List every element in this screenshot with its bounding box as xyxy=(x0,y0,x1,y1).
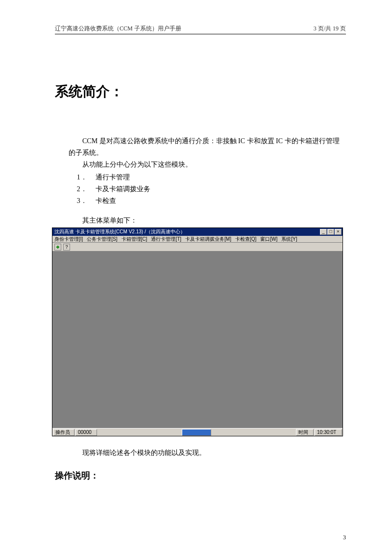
module-label: 通行卡管理 xyxy=(96,172,130,183)
intro-paragraph-2: 从功能上分中心分为以下这些模块。 xyxy=(69,159,346,171)
module-item: 2． 卡及卡箱调拨业务 xyxy=(77,183,346,195)
module-label: 卡及卡箱调拨业务 xyxy=(96,183,150,195)
exit-icon[interactable]: ⎆ xyxy=(54,244,61,251)
status-spacer xyxy=(212,429,295,436)
status-operator-label: 操作员 xyxy=(53,429,74,436)
page-header: 辽宁高速公路收费系统（CCM 子系统）用户手册 3 页/共 19 页 xyxy=(55,25,346,34)
heading-system-intro: 系统简介： xyxy=(55,82,346,101)
before-screenshot-text: 其主体菜单如下： xyxy=(69,215,346,227)
menubar: 身份卡管理[I] 公务卡管理[S] 卡箱管理[C] 通行卡管理[T] 卡及卡箱调… xyxy=(52,236,343,243)
module-label: 卡检查 xyxy=(96,195,116,207)
menu-official-card[interactable]: 公务卡管理[S] xyxy=(86,236,118,243)
module-number: 3． xyxy=(77,195,87,207)
module-item: 3． 卡检查 xyxy=(77,195,346,207)
status-time-label: 时间 xyxy=(296,429,314,436)
maximize-button[interactable]: □ xyxy=(327,229,334,235)
menu-system[interactable]: 系统[Y] xyxy=(280,236,298,243)
toolbar: ⎆ ？ xyxy=(52,243,343,252)
module-item: 1． 通行卡管理 xyxy=(77,172,346,183)
heading-operation: 操作说明： xyxy=(55,470,346,481)
app-window: 沈四高速 卡及卡箱管理系统(CCM V2.13) /（沈四高速中心） _ □ ×… xyxy=(52,227,343,436)
status-time-value: 10:30:0T xyxy=(315,429,342,436)
client-area xyxy=(52,252,343,428)
titlebar-text: 沈四高速 卡及卡箱管理系统(CCM V2.13) /（沈四高速中心） xyxy=(54,228,185,235)
module-number: 2． xyxy=(77,183,87,195)
menu-dispatch[interactable]: 卡及卡箱调拨业务[M] xyxy=(184,236,232,243)
status-spacer xyxy=(98,429,181,436)
close-button[interactable]: × xyxy=(335,229,342,235)
after-screenshot-text: 现将详细论述各个模块的功能以及实现。 xyxy=(69,447,346,459)
statusbar: 操作员 00000 时间 10:30:0T xyxy=(52,428,343,436)
menu-card-check[interactable]: 卡检查[Q] xyxy=(234,236,257,243)
menu-pass-card[interactable]: 通行卡管理[T] xyxy=(150,236,182,243)
module-list: 1． 通行卡管理 2． 卡及卡箱调拨业务 3． 卡检查 xyxy=(77,172,346,207)
status-operator-id: 00000 xyxy=(75,429,97,436)
help-icon[interactable]: ？ xyxy=(63,244,70,251)
intro-paragraph-1: CCM 是对高速公路收费系统中的通行介质：非接触 IC 卡和放置 IC 卡的卡箱… xyxy=(69,135,346,159)
menu-window[interactable]: 窗口[W] xyxy=(259,236,278,243)
header-right: 3 页/共 19 页 xyxy=(314,25,346,33)
window-controls: _ □ × xyxy=(320,229,342,235)
header-left: 辽宁高速公路收费系统（CCM 子系统）用户手册 xyxy=(55,25,181,33)
page-number: 3 xyxy=(343,534,346,541)
minimize-button[interactable]: _ xyxy=(320,229,327,235)
menu-identity-card[interactable]: 身份卡管理[I] xyxy=(53,236,84,243)
titlebar: 沈四高速 卡及卡箱管理系统(CCM V2.13) /（沈四高速中心） _ □ × xyxy=(52,228,343,236)
menu-cardbox[interactable]: 卡箱管理[C] xyxy=(121,236,148,243)
status-highlight xyxy=(182,429,211,436)
module-number: 1． xyxy=(77,172,87,183)
